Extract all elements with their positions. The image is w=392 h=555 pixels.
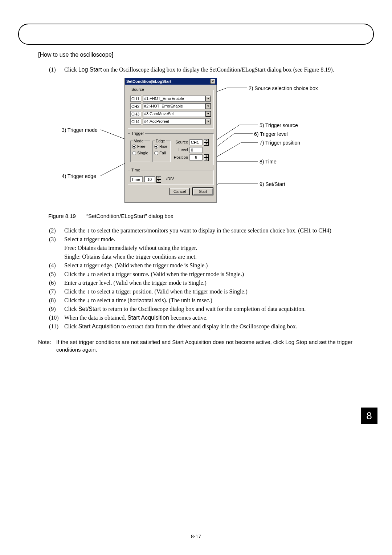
start-button[interactable]: Start [193,188,213,195]
time-legend: Time [130,167,141,173]
text: Click [64,66,78,73]
radio-label: Free [137,144,146,149]
edge-legend: Edge [155,138,166,144]
ch1-value: #1:+HOT_ErrorEnable [143,96,205,102]
step-body: Select a trigger edge. (Valid when the t… [64,261,376,270]
ch4-combo[interactable]: #4:AccProfeel▼ [143,118,211,125]
list-item: (2)Click the ↓ to select the parameters/… [38,226,376,235]
step-body: Click the ↓ to select a trigger source. … [64,270,376,279]
mode-legend: Mode [133,138,144,144]
figure-area: 2) Source selection choice box 3) Trigge… [38,78,376,208]
ch4-value: #4:AccProfeel [143,118,205,125]
mode-single-radio[interactable]: Single [132,150,148,156]
step-body: Click the ↓ to select a trigger position… [64,287,376,296]
chapter-tab: 8 [361,408,377,424]
step-1: (1) Click Log Start on the Oscilloscope … [38,65,376,74]
cancel-button[interactable]: Cancel [170,188,190,195]
note-label: Note: [38,338,56,353]
button-ref: Start Acquisition [127,315,169,321]
chevron-down-icon[interactable]: ▼ [205,119,211,124]
ch4-label: CH4 [130,118,141,125]
dialog-footer: Cancel Start [125,187,217,198]
step-num: (5) [49,270,64,279]
trigger-level-input[interactable]: 0 [189,147,203,153]
text: When the data is obtained, [64,315,127,321]
list-item: (8)Click the ↓ to select a time (horizon… [38,296,376,305]
trigger-source-value: CH1 [189,139,203,145]
source-group: Source CH1 #1:+HOT_ErrorEnable▼ CH2 #2:-… [128,87,214,128]
mode-free-radio[interactable]: Free [132,144,148,149]
radio-label: Rise [159,144,167,149]
chapter-header-box [18,24,374,45]
time-label: Time [130,176,143,182]
trigger-level-row: Level 0 [173,147,211,153]
dialog-title: SetCondition|ELogStart [126,78,171,85]
dialog-titlebar: SetCondition|ELogStart × [125,78,217,85]
edge-rise-radio[interactable]: Rise [154,144,169,149]
list-item: (11)Click Start Acquisition to extract d… [38,322,376,331]
list-item: (5)Click the ↓ to select a trigger sourc… [38,270,376,279]
ch2-row: CH2 #2:-HOT_ErrorEnable▼ [130,103,211,109]
radio-icon [132,145,136,149]
step-num: (9) [49,305,64,313]
list-item: (6)Enter a trigger level. (Valid when th… [38,279,376,287]
page-content: [How to use the oscilloscope] (1) Click … [38,51,376,353]
radio-icon [132,151,136,155]
button-ref: Start Acquisition [172,339,211,345]
step-body: Select a trigger mode. Free: Obtains dat… [64,235,376,261]
callout-9: 9) Set/Start [260,181,285,188]
trigger-position-row: Position 5 ▲▼ [173,154,211,161]
step-num: (7) [49,287,64,296]
time-spinner[interactable]: ▲▼ [156,176,161,182]
list-item: (4)Select a trigger edge. (Valid when th… [38,261,376,270]
time-group: Time Time 10 ▲▼ /DIV [128,167,214,185]
ch1-label: CH1 [130,96,141,102]
trigger-legend: Trigger [130,131,145,136]
radio-label: Fall [159,150,166,156]
page-number: 8-17 [0,533,392,540]
step-num: (3) [49,235,64,261]
time-value: 10 [144,176,155,182]
chevron-down-icon[interactable]: ▼ [205,96,211,101]
step-body: When the data is obtained, Start Acquisi… [64,313,376,322]
ch3-combo[interactable]: #3:CamMoveSel▼ [143,111,211,117]
source-label: Source [173,139,188,145]
source-spinner[interactable]: ▲▼ [204,139,209,145]
chevron-down-icon[interactable]: ▼ [205,104,211,109]
position-spinner[interactable]: ▲▼ [204,154,209,161]
step-num: (4) [49,261,64,270]
section-title: [How to use the oscilloscope] [38,51,376,59]
ch4-row: CH4 #4:AccProfeel▼ [130,118,211,125]
mode-group: Mode Free Single [130,141,150,162]
text: on the Oscilloscope dialog box to displa… [102,66,334,73]
callout-2: 2) Source selection choice box [249,85,318,92]
close-icon[interactable]: × [210,79,215,84]
ch2-combo[interactable]: #2:-HOT_ErrorEnable▼ [143,103,211,109]
text: If the set trigger conditions are not sa… [56,339,172,345]
ch1-combo[interactable]: #1:+HOT_ErrorEnable▼ [143,96,211,102]
text: Click [64,306,78,312]
text: Click [64,323,78,329]
button-ref: Set/Start [78,306,101,312]
list-item: (9)Click Set/Start to return to the Osci… [38,305,376,313]
ch3-row: CH3 #3:CamMoveSel▼ [130,111,211,117]
position-label: Position [173,155,188,160]
edge-group: Edge Rise Fall [152,141,171,162]
edge-fall-radio[interactable]: Fall [154,150,169,156]
setcondition-dialog: SetCondition|ELogStart × Source CH1 #1:+… [124,78,217,203]
text: becomes active. [169,315,208,321]
list-item: (7)Click the ↓ to select a trigger posit… [38,287,376,296]
figure-number: Figure 8.19 [48,213,76,219]
chevron-down-icon[interactable]: ▼ [205,111,211,117]
step-body: Enter a trigger level. (Valid when the t… [64,279,376,287]
step-body: Click Start Acquisition to extract data … [64,322,376,331]
list-item: (3)Select a trigger mode. Free: Obtains … [38,235,376,261]
step-num: (10) [49,313,64,322]
callout-4: 4) Trigger edge [62,173,96,180]
callout-5: 5) Trigger source [260,122,298,129]
step-body: Click the ↓ to select a time (horizontal… [64,296,376,305]
ch2-value: #2:-HOT_ErrorEnable [143,103,205,109]
ch2-label: CH2 [130,103,141,109]
text: does not become active, click [211,339,285,345]
ch3-label: CH3 [130,111,141,117]
